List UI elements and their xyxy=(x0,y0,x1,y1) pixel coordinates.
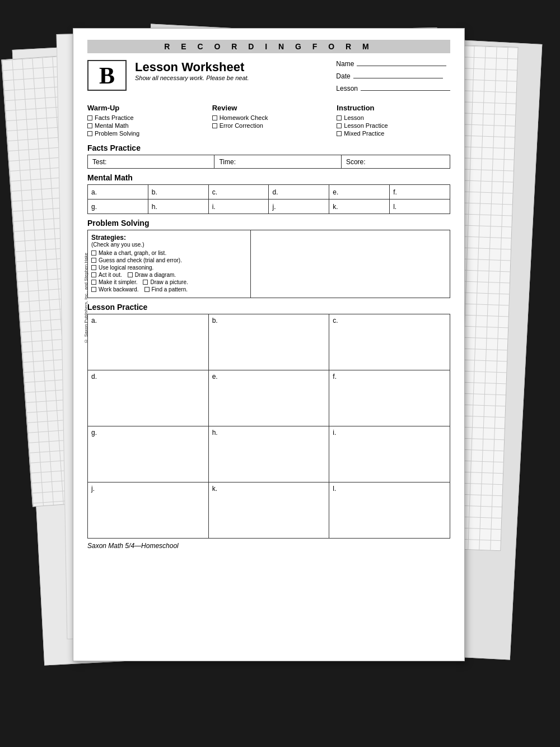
mental-cell-e: e. xyxy=(329,185,390,199)
lesson-cell-j: j. xyxy=(88,482,209,539)
warmup-item-1: Facts Practice xyxy=(87,114,201,121)
strategy-row-3: Work backward. Find a pattern. xyxy=(91,286,247,294)
instruction-label-2: Lesson Practice xyxy=(344,122,388,129)
copyright-text: © Saxon Publishers, Inc., and Stephen Ha… xyxy=(83,253,88,344)
strategy-checkbox-4 xyxy=(91,272,96,277)
facts-test-cell: Test: xyxy=(88,155,214,169)
letter-box: B xyxy=(87,60,127,91)
lesson-cell-c: c. xyxy=(329,314,450,370)
lesson-row-1: a. b. c. xyxy=(88,314,450,370)
strategy-1: Make a chart, graph, or list. xyxy=(91,250,247,256)
review-item-2: Error Correction xyxy=(212,122,326,129)
instruction-checkbox-1 xyxy=(337,115,342,120)
lesson-cell-f: f. xyxy=(329,370,450,426)
instruction-checkbox-2 xyxy=(337,123,342,128)
lesson-row-2: d. e. f. xyxy=(88,370,450,426)
sections-row: Warm-Up Facts Practice Mental Math Probl… xyxy=(87,104,450,138)
instruction-item-2: Lesson Practice xyxy=(337,122,450,129)
title-row: B Lesson Worksheet Show all necessary wo… xyxy=(87,60,450,97)
strategy-label-8: Work backward. xyxy=(99,286,139,293)
strategies-col: Strategies: (Check any you use.) Make a … xyxy=(88,230,251,298)
mental-cell-l: l. xyxy=(390,199,450,214)
date-label: Date xyxy=(336,72,350,80)
mental-cell-i: i. xyxy=(208,199,269,214)
instruction-label-3: Mixed Practice xyxy=(344,130,384,137)
lesson-cell-l: l. xyxy=(329,482,450,539)
strategy-label-1: Make a chart, graph, or list. xyxy=(99,250,166,256)
main-paper: © Saxon Publishers, Inc., and Stephen Ha… xyxy=(73,28,465,661)
stack-container: © Saxon Publishers, Inc., and Stephen Ha… xyxy=(45,28,515,700)
strategy-checkbox-3 xyxy=(91,265,96,270)
strategy-checkbox-1 xyxy=(91,250,96,256)
strategy-checkbox-9 xyxy=(144,287,150,292)
review-checkbox-1 xyxy=(212,115,217,120)
worksheet-title: Lesson Worksheet xyxy=(135,60,336,75)
warmup-title: Warm-Up xyxy=(87,104,201,112)
warmup-label-2: Mental Math xyxy=(95,122,129,129)
warmup-checkbox-1 xyxy=(87,115,92,120)
warmup-label-3: Problem Solving xyxy=(95,130,139,137)
lesson-cell-b: b. xyxy=(208,314,329,370)
lesson-cell-h: h. xyxy=(208,426,329,482)
mental-row-1: a. b. c. d. e. f. xyxy=(88,185,450,199)
mental-cell-f: f. xyxy=(390,185,450,199)
mental-cell-h: h. xyxy=(148,199,208,214)
strategy-row-2: Make it simpler. Draw a picture. xyxy=(91,279,247,286)
recording-form-header: R E C O R D I N G F O R M xyxy=(87,40,450,53)
strategy-8: Work backward. xyxy=(91,286,139,293)
mental-math-table: a. b. c. d. e. f. g. h. i. j. k. l. xyxy=(87,184,450,214)
strategy-label-9: Find a pattern. xyxy=(152,286,188,293)
review-item-1: Homework Check xyxy=(212,114,326,121)
warmup-checkbox-3 xyxy=(87,131,92,136)
date-line xyxy=(353,78,443,78)
instruction-item-3: Mixed Practice xyxy=(337,130,450,137)
lesson-cell-i: i. xyxy=(329,426,450,482)
strategy-2: Guess and check (trial and error). xyxy=(91,257,247,263)
lesson-line xyxy=(361,90,450,91)
problem-solving-work-area xyxy=(251,230,450,298)
strategy-9: Find a pattern. xyxy=(144,286,188,293)
lesson-practice-heading: Lesson Practice xyxy=(87,303,450,312)
strategies-title: Strategies: xyxy=(91,234,247,242)
mental-cell-k: k. xyxy=(329,199,390,214)
strategy-checkbox-8 xyxy=(91,287,96,292)
lesson-row-4: j. k. l. xyxy=(88,482,450,539)
facts-practice-heading: Facts Practice xyxy=(87,143,450,152)
strategy-3: Use logical reasoning. xyxy=(91,265,247,271)
review-label-1: Homework Check xyxy=(220,114,268,121)
instruction-section: Instruction Lesson Lesson Practice Mixed… xyxy=(337,104,450,138)
instruction-title: Instruction xyxy=(337,104,450,112)
review-label-2: Error Correction xyxy=(220,122,263,129)
facts-row: Test: Time: Score: xyxy=(88,155,450,169)
warmup-section: Warm-Up Facts Practice Mental Math Probl… xyxy=(87,104,201,138)
instruction-label-1: Lesson xyxy=(344,114,363,121)
strategies-sub: (Check any you use.) xyxy=(91,242,247,248)
strategy-checkbox-7 xyxy=(143,280,148,285)
review-checkbox-2 xyxy=(212,123,217,128)
instruction-checkbox-3 xyxy=(337,131,342,136)
lesson-row-3: g. h. i. xyxy=(88,426,450,482)
problem-solving-box: Strategies: (Check any you use.) Make a … xyxy=(87,230,450,298)
strategy-row-1: Act it out. Draw a diagram. xyxy=(91,272,247,279)
strategy-6: Make it simpler. xyxy=(91,279,137,285)
lesson-label: Lesson xyxy=(336,85,358,92)
strategy-7: Draw a picture. xyxy=(143,279,188,285)
mental-cell-g: g. xyxy=(88,199,148,214)
mental-math-heading: Mental Math xyxy=(87,173,450,182)
mental-cell-a: a. xyxy=(88,185,148,199)
facts-score-cell: Score: xyxy=(341,155,450,169)
warmup-item-2: Mental Math xyxy=(87,122,201,129)
problem-solving-heading: Problem Solving xyxy=(87,219,450,228)
strategy-checkbox-5 xyxy=(128,272,133,277)
strategy-4: Act it out. xyxy=(91,272,122,278)
strategy-label-2: Guess and check (trial and error). xyxy=(99,257,182,263)
review-section: Review Homework Check Error Correction xyxy=(212,104,326,138)
mental-cell-c: c. xyxy=(208,185,269,199)
mental-cell-b: b. xyxy=(148,185,208,199)
lesson-cell-g: g. xyxy=(88,426,209,482)
facts-time-cell: Time: xyxy=(214,155,341,169)
strategy-label-3: Use logical reasoning. xyxy=(99,265,153,271)
strategy-checkbox-6 xyxy=(91,280,96,285)
warmup-item-3: Problem Solving xyxy=(87,130,201,137)
strategy-label-5: Draw a diagram. xyxy=(135,272,176,278)
